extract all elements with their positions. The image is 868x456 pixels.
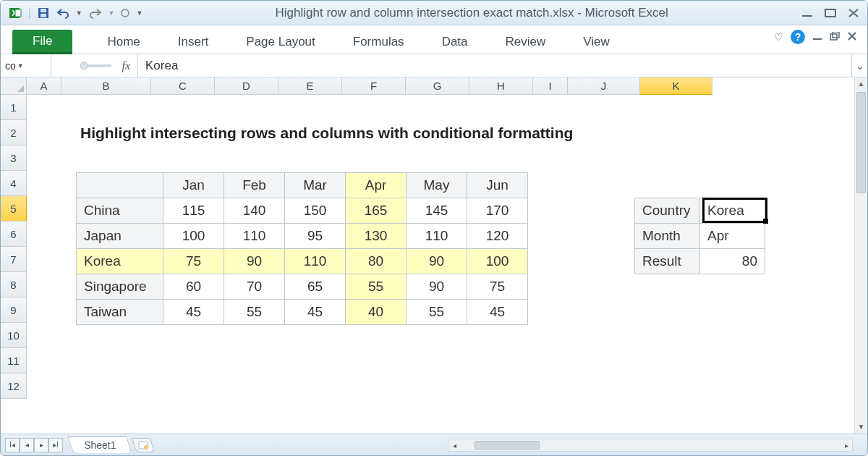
row-header-7[interactable]: 7 xyxy=(1,247,27,272)
file-tab[interactable]: File xyxy=(12,30,72,54)
col-header-F[interactable]: F xyxy=(342,77,406,95)
new-sheet-icon[interactable] xyxy=(132,438,155,452)
cell[interactable]: 100 xyxy=(163,224,224,249)
tab-insert[interactable]: Insert xyxy=(175,30,212,54)
cell[interactable]: 75 xyxy=(467,274,528,300)
scroll-up-icon[interactable]: ▲ xyxy=(855,77,867,90)
row-header-6[interactable]: 6 xyxy=(1,221,27,247)
ribbon-minimize-icon[interactable]: ♡ xyxy=(774,31,783,43)
vertical-scrollbar[interactable]: ▲ ▼ xyxy=(854,77,867,434)
save-icon[interactable] xyxy=(37,7,50,20)
cell[interactable]: 115 xyxy=(163,198,224,224)
cell[interactable]: 40 xyxy=(346,300,407,325)
cell[interactable]: 60 xyxy=(163,274,224,300)
col-header-D[interactable]: D xyxy=(215,77,278,95)
row-header-4[interactable]: 4 xyxy=(1,171,27,196)
row-header-3[interactable]: 3 xyxy=(1,145,27,171)
tab-view[interactable]: View xyxy=(580,30,613,54)
col-header-K[interactable]: K xyxy=(640,77,712,95)
lookup-value-country[interactable]: Korea xyxy=(700,198,765,224)
redo-icon[interactable] xyxy=(88,7,103,19)
select-all-corner[interactable] xyxy=(1,77,27,95)
cell[interactable]: 45 xyxy=(285,300,346,325)
formula-bar-expand-icon[interactable]: ⌄ xyxy=(851,54,867,77)
scroll-down-icon[interactable]: ▼ xyxy=(855,421,867,434)
col-header-B[interactable]: B xyxy=(61,77,151,95)
maximize-icon[interactable] xyxy=(824,8,837,18)
row-header-10[interactable]: 10 xyxy=(1,323,27,348)
row-header-5[interactable]: 5 xyxy=(1,196,27,221)
cell[interactable]: 55 xyxy=(407,300,467,325)
cell[interactable]: 145 xyxy=(407,198,467,224)
cell[interactable]: 110 xyxy=(285,249,346,274)
close-icon[interactable] xyxy=(847,8,860,18)
cell[interactable]: 90 xyxy=(224,249,285,274)
row-header-8[interactable]: 8 xyxy=(1,272,27,297)
cell[interactable]: 120 xyxy=(467,224,528,249)
wb-close-icon[interactable] xyxy=(847,31,857,43)
cell[interactable]: 110 xyxy=(407,224,467,249)
col-header-J[interactable]: J xyxy=(568,77,640,95)
sheet-nav-first-icon[interactable]: I◂ xyxy=(5,438,20,452)
cell[interactable]: 55 xyxy=(224,300,285,325)
cell[interactable]: 170 xyxy=(467,198,528,224)
minimize-icon[interactable] xyxy=(801,8,814,18)
sheet-tab-active[interactable]: Sheet1 xyxy=(67,436,132,453)
col-header-E[interactable]: E xyxy=(278,77,342,95)
tab-home[interactable]: Home xyxy=(104,30,142,54)
col-header-A[interactable]: A xyxy=(27,77,61,95)
col-header-I[interactable]: I xyxy=(533,77,568,95)
vscroll-thumb[interactable] xyxy=(856,92,866,193)
sheet-nav-prev-icon[interactable]: ◂ xyxy=(20,438,34,452)
cell[interactable]: 45 xyxy=(163,300,224,325)
cell[interactable]: 55 xyxy=(346,274,407,300)
lookup-value-result[interactable]: 80 xyxy=(700,249,765,274)
tab-page-layout[interactable]: Page Layout xyxy=(243,30,318,54)
cell[interactable]: 70 xyxy=(224,274,285,300)
cell[interactable]: 150 xyxy=(285,198,346,224)
formula-input[interactable]: Korea xyxy=(138,54,851,77)
row-header-9[interactable]: 9 xyxy=(1,297,27,323)
undo-icon[interactable] xyxy=(56,7,70,19)
cell[interactable]: 95 xyxy=(285,224,346,249)
cell[interactable]: 65 xyxy=(285,274,346,300)
col-header-H[interactable]: H xyxy=(469,77,533,95)
redo-dropdown[interactable]: ▼ xyxy=(109,9,115,17)
horizontal-scrollbar[interactable]: ◂ ▸ xyxy=(448,439,853,452)
cell[interactable]: 80 xyxy=(346,249,407,274)
cell[interactable]: 130 xyxy=(346,224,407,249)
cell[interactable]: 165 xyxy=(346,198,407,224)
wb-restore-icon[interactable] xyxy=(830,31,840,43)
undo-dropdown[interactable]: ▼ xyxy=(76,9,82,17)
qat-dropdown[interactable]: ▼ xyxy=(136,9,142,17)
cell[interactable]: 100 xyxy=(467,249,528,274)
col-header-G[interactable]: G xyxy=(406,77,469,95)
cell[interactable]: 90 xyxy=(407,249,467,274)
cell[interactable]: 75 xyxy=(163,249,224,274)
cell[interactable]: 45 xyxy=(467,300,528,325)
lookup-value-month[interactable]: Apr xyxy=(700,224,765,249)
cell[interactable]: 140 xyxy=(224,198,285,224)
cell[interactable]: 110 xyxy=(224,224,285,249)
row-header-12[interactable]: 12 xyxy=(1,373,27,399)
tab-review[interactable]: Review xyxy=(503,30,549,54)
hscroll-thumb[interactable] xyxy=(475,441,540,449)
row-header-2[interactable]: 2 xyxy=(1,120,27,145)
col-header-C[interactable]: C xyxy=(151,77,215,95)
help-icon[interactable]: ? xyxy=(791,30,805,44)
sheet-nav-last-icon[interactable]: ▸I xyxy=(48,438,63,452)
hscroll-left-icon[interactable]: ◂ xyxy=(448,442,460,449)
name-box-dropdown-icon[interactable]: ▼ xyxy=(17,62,24,69)
wb-minimize-icon[interactable] xyxy=(812,31,822,43)
row-header-11[interactable]: 11 xyxy=(1,348,27,373)
tab-data[interactable]: Data xyxy=(439,30,471,54)
sheet-nav-next-icon[interactable]: ▸ xyxy=(34,438,48,452)
row-header-1[interactable]: 1 xyxy=(1,95,27,120)
hscroll-right-icon[interactable]: ▸ xyxy=(841,442,852,449)
qat-customize-icon[interactable] xyxy=(120,8,130,18)
fx-icon[interactable]: fx xyxy=(122,59,130,72)
worksheet-grid[interactable]: ABCDEFGHIJK 123456789101112 ▲ ▼ Highligh… xyxy=(1,77,867,434)
cell[interactable]: 90 xyxy=(407,274,467,300)
tab-formulas[interactable]: Formulas xyxy=(350,30,407,54)
name-box[interactable]: co ▼ xyxy=(1,54,51,77)
